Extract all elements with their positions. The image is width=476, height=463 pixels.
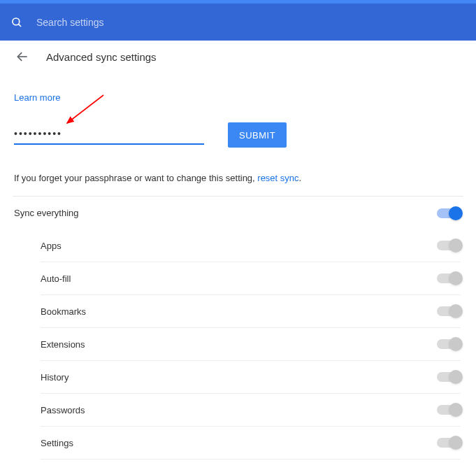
- sync-everything-label: Sync everything: [14, 208, 79, 218]
- sync-item-label: Settings: [41, 438, 73, 448]
- sync-item-themes: Themes & Wallpapers: [41, 460, 461, 463]
- sync-item-toggle: [437, 405, 461, 415]
- sync-item-label: Bookmarks: [41, 306, 86, 317]
- search-input[interactable]: [36, 17, 316, 28]
- sync-item-history: History: [41, 361, 461, 394]
- submit-button[interactable]: SUBMIT: [228, 122, 287, 148]
- sync-item-settings: Settings: [41, 427, 461, 460]
- search-icon[interactable]: [10, 15, 24, 29]
- sync-everything-row: Sync everything: [13, 197, 463, 229]
- sync-item-extensions: Extensions: [41, 328, 461, 361]
- sync-item-label: Apps: [41, 241, 62, 251]
- sync-item-toggle: [437, 438, 461, 448]
- sync-item-toggle: [437, 241, 461, 250]
- sync-item-label: History: [41, 372, 68, 383]
- sync-item-label: Auto-fill: [41, 273, 71, 284]
- content: Learn more SUBMIT If you forget your pas…: [0, 92, 476, 463]
- titlebar: Advanced sync settings: [0, 41, 476, 73]
- sync-item-label: Extensions: [41, 339, 85, 350]
- sync-item-toggle: [437, 306, 461, 316]
- sync-item-toggle: [437, 372, 461, 382]
- reset-sync-link[interactable]: reset sync: [257, 173, 298, 183]
- sync-item-passwords: Passwords: [41, 394, 461, 427]
- forget-period: .: [299, 173, 302, 183]
- sync-items-list: Apps Auto-fill Bookmarks Extensions Hist…: [13, 229, 463, 463]
- sync-item-bookmarks: Bookmarks: [41, 295, 461, 328]
- sync-everything-toggle[interactable]: [437, 208, 461, 218]
- sync-item-autofill: Auto-fill: [41, 262, 461, 295]
- forget-prefix: If you forget your passphrase or want to…: [14, 173, 257, 183]
- sync-item-apps: Apps: [41, 229, 461, 262]
- sync-item-toggle: [437, 273, 461, 283]
- forget-passphrase-text: If you forget your passphrase or want to…: [14, 173, 463, 183]
- search-bar: [0, 0, 476, 41]
- learn-more-link[interactable]: Learn more: [14, 92, 463, 103]
- passphrase-row: SUBMIT: [14, 122, 463, 148]
- page-title: Advanced sync settings: [46, 51, 157, 63]
- back-arrow-icon[interactable]: [15, 50, 29, 64]
- svg-line-1: [18, 24, 21, 27]
- svg-point-0: [13, 18, 20, 25]
- passphrase-input[interactable]: [14, 125, 204, 145]
- sync-item-toggle: [437, 339, 461, 349]
- sync-item-label: Passwords: [41, 405, 85, 415]
